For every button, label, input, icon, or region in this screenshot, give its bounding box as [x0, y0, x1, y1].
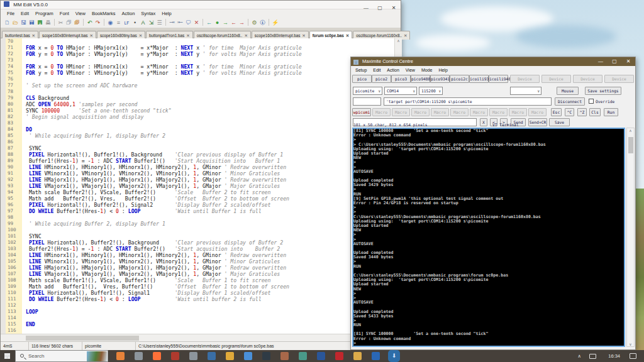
device-button-icoili948[interactable]: icoili948: [489, 75, 508, 83]
copy-icon[interactable]: 🗇: [65, 19, 73, 27]
scrollbar-thumb[interactable]: [628, 137, 633, 153]
taskbar-paint-icon[interactable]: [280, 352, 289, 360]
menu-help[interactable]: Help: [158, 9, 174, 18]
target-port-input[interactable]: 'target port\COM14:115200 s\picomite: [384, 97, 552, 106]
mcc-menu-view[interactable]: View: [402, 66, 418, 74]
macro-button-wpicomi[interactable]: wpicomi: [352, 108, 371, 116]
tab-close-icon[interactable]: ✕: [244, 33, 247, 38]
disconnect-button[interactable]: Disconnect: [555, 97, 585, 106]
mcc-titlebar[interactable]: ↓ Maximite Control Centre —▢✕: [351, 57, 635, 66]
tab-close-icon[interactable]: ✕: [404, 33, 407, 38]
goto-icon[interactable]: ⇲: [147, 19, 155, 27]
device-button-picoi2c[interactable]: picoi2c: [450, 75, 469, 83]
taskbar-yellow-app-icon[interactable]: [226, 352, 234, 360]
save-all-icon[interactable]: 🖪: [36, 19, 44, 27]
device-button-icoili934[interactable]: icoili934: [469, 75, 489, 83]
print-icon[interactable]: 🖶: [44, 19, 52, 27]
run-icon[interactable]: ●: [213, 19, 221, 27]
outdent-icon[interactable]: ⭰: [176, 19, 184, 27]
code-text[interactable]: FOR x = 0 TO HMajor : HMajorx1(x) = x*Ma…: [26, 38, 394, 334]
editor-horizontal-scrollbar[interactable]: [1, 334, 402, 341]
maximize-icon[interactable]: ▢: [608, 57, 621, 65]
taskbar-monitor2-icon[interactable]: [189, 352, 197, 360]
tab-close-icon[interactable]: ✕: [302, 33, 305, 38]
menu-font[interactable]: Font: [57, 9, 72, 18]
port-short-input[interactable]: [353, 97, 381, 106]
tab-close-icon[interactable]: ✕: [32, 33, 35, 38]
menu-bookmarks[interactable]: BookMarks: [89, 9, 119, 18]
menu-edit[interactable]: Edit: [18, 9, 32, 18]
mcc-menu-setup[interactable]: Setup: [352, 66, 370, 74]
mcc-menu-action[interactable]: Action: [384, 66, 402, 74]
build-icon[interactable]: ⚙: [250, 19, 258, 27]
mouse-button[interactable]: Mouse: [557, 87, 579, 95]
device-type-select[interactable]: picomite∨: [353, 87, 382, 95]
jump-fwd-icon[interactable]: →: [238, 19, 246, 27]
search-input[interactable]: Search: [15, 350, 108, 362]
flash-icon[interactable]: ⚡: [271, 19, 279, 27]
override-checkbox[interactable]: [589, 99, 594, 104]
ctrl-button-run[interactable]: Run: [604, 108, 618, 116]
send-button-x[interactable]: X: [480, 118, 487, 126]
taskbar-maximite-icon[interactable]: ⬇: [390, 352, 398, 360]
com-port-select[interactable]: COM14∨: [384, 87, 417, 95]
jump-back-icon[interactable]: ←: [230, 19, 238, 27]
save-icon[interactable]: 🖫: [19, 19, 28, 27]
taskbar-edge-icon[interactable]: [116, 352, 125, 360]
comment-icon[interactable]: 🗩: [184, 19, 192, 27]
network-icon[interactable]: [589, 354, 596, 359]
indent-icon[interactable]: ⭲: [168, 19, 176, 27]
minimize-icon[interactable]: —: [594, 57, 608, 65]
menu-syntax[interactable]: Syntax: [138, 9, 158, 18]
ctrl-button-cls[interactable]: Cls: [589, 108, 601, 116]
taskbar-defender-icon[interactable]: [372, 352, 380, 360]
lf-icon[interactable]: ʟꜰ: [123, 19, 131, 27]
mmedit-titlebar[interactable]: MM Edit V5.0.0: [1, 1, 401, 9]
taskbar-camera-icon[interactable]: [171, 352, 179, 360]
vt-terminal[interactable]: [81] SYNC 100000 'Set a one-tenth second…: [352, 128, 625, 347]
tab-close-icon[interactable]: ✕: [89, 33, 92, 38]
scroll-down-icon[interactable]: ∨: [627, 342, 634, 346]
send-button-send-cr[interactable]: Send+CR: [528, 118, 547, 126]
clock[interactable]: 16:34: [608, 350, 620, 362]
menu-action[interactable]: Action: [118, 9, 138, 18]
save-settings-button[interactable]: Save settings: [585, 87, 621, 95]
device-button-pico2[interactable]: pico2: [372, 75, 391, 83]
mcc-menu-edit[interactable]: Edit: [370, 66, 384, 74]
scroll-up-icon[interactable]: ∧: [395, 38, 402, 43]
open-file-icon[interactable]: 🗁: [11, 19, 19, 27]
tab-close-icon[interactable]: ✕: [186, 33, 189, 38]
taskbar-excel-icon[interactable]: [317, 352, 325, 360]
taskbar-notepad-icon[interactable]: [208, 352, 216, 360]
help-icon[interactable]: 🛈: [258, 19, 267, 27]
menu-program[interactable]: Program: [32, 9, 57, 18]
taskbar-firefox-icon[interactable]: [153, 352, 161, 360]
scrollbar-thumb[interactable]: [26, 336, 139, 341]
scroll-up-icon[interactable]: ∧: [627, 128, 634, 133]
start-button[interactable]: [0, 350, 15, 362]
dot-icon[interactable]: •: [131, 19, 139, 27]
news-widget-thumbnail[interactable]: [87, 351, 107, 361]
tab-close-icon[interactable]: ✕: [346, 33, 349, 38]
menu-file[interactable]: File: [4, 9, 18, 18]
device-button-pico3[interactable]: pico3: [391, 75, 411, 83]
font-icon[interactable]: A: [139, 19, 147, 27]
taskbar-terminal-icon[interactable]: [262, 352, 270, 360]
taskbar-monitor1-icon[interactable]: [135, 352, 143, 360]
menu-view[interactable]: View: [72, 9, 89, 18]
device-button-pico9488[interactable]: pico9488: [411, 75, 430, 83]
taskbar-explorer-icon[interactable]: [353, 352, 362, 360]
uncomment-icon[interactable]: ✕: [192, 19, 201, 27]
tab-close-icon[interactable]: ✕: [139, 33, 142, 38]
device-button-pico9341[interactable]: pico9341: [430, 75, 450, 83]
ctrl-button-esc[interactable]: Esc: [551, 108, 562, 116]
ctrl-button-ctrl-c[interactable]: ^C: [565, 108, 574, 116]
extra-select[interactable]: ∨: [510, 87, 541, 95]
code-editor[interactable]: 7071727374757677787980818283848586878889…: [1, 38, 394, 334]
notification-center-icon[interactable]: [630, 353, 636, 359]
redo-icon[interactable]: ↷: [94, 19, 102, 27]
back-icon[interactable]: ←: [205, 19, 213, 27]
forward-icon[interactable]: →: [221, 19, 230, 27]
new-file-icon[interactable]: 🗋: [3, 19, 11, 27]
undo-icon[interactable]: ↶: [86, 19, 94, 27]
